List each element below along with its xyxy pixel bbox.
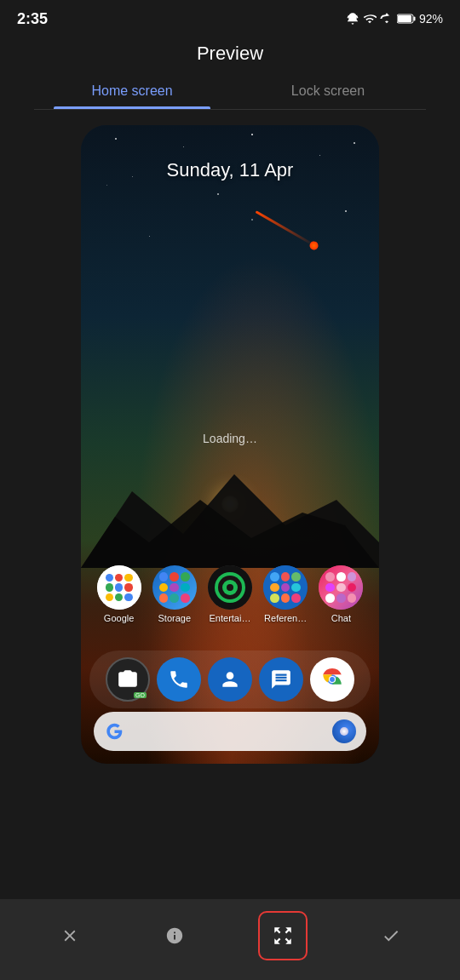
loading-text: Loading…: [81, 432, 379, 445]
app-label-storage: Storage: [158, 613, 192, 623]
bottom-dock: GO: [89, 650, 371, 708]
svg-point-7: [330, 677, 335, 682]
app-icon-google: [97, 565, 141, 610]
mountains: [81, 466, 379, 568]
page-header: Preview: [0, 34, 460, 72]
app-item-google[interactable]: Google: [95, 565, 144, 623]
tab-home-screen[interactable]: Home screen: [34, 75, 230, 109]
confirm-button[interactable]: [370, 914, 412, 957]
expand-button[interactable]: [258, 911, 308, 960]
google-assistant-dot: [332, 719, 356, 743]
search-bar[interactable]: [94, 712, 366, 751]
signal-icon: [380, 12, 394, 26]
dock-messages[interactable]: [259, 657, 303, 702]
tab-lock-screen[interactable]: Lock screen: [230, 75, 426, 109]
app-item-entertain[interactable]: Entertai…: [205, 565, 255, 623]
tab-bar: Home screen Lock screen: [34, 72, 426, 110]
battery-icon: [397, 13, 416, 25]
app-label-chat: Chat: [331, 613, 351, 623]
app-item-reference[interactable]: Referen…: [261, 565, 310, 623]
app-icon-reference: [263, 565, 308, 610]
app-item-storage[interactable]: Storage: [150, 565, 199, 623]
app-item-chat[interactable]: Chat: [316, 565, 365, 623]
status-bar: 2:35 92%: [0, 0, 460, 34]
phone-mockup: Sunday, 11 Apr Loading…: [81, 125, 379, 764]
wifi-icon: [363, 12, 377, 26]
app-label-reference: Referen…: [264, 613, 307, 623]
dock-chrome[interactable]: [310, 657, 354, 702]
app-icon-chat: [319, 565, 363, 610]
battery-percentage: 92%: [419, 12, 443, 26]
alarm-icon: [346, 12, 359, 26]
status-time: 2:35: [17, 10, 48, 28]
app-label-entertain: Entertai…: [210, 613, 251, 623]
dock-contacts[interactable]: [208, 657, 252, 702]
page-title: Preview: [197, 43, 263, 64]
app-icon-entertain: [208, 565, 252, 610]
svg-rect-2: [398, 15, 411, 22]
preview-container: Sunday, 11 Apr Loading…: [0, 110, 460, 772]
app-label-google: Google: [104, 613, 134, 623]
info-button[interactable]: [153, 914, 196, 957]
dock-camera[interactable]: GO: [106, 657, 150, 702]
preview-date: Sunday, 11 Apr: [81, 159, 379, 181]
app-icon-storage: [152, 565, 197, 610]
bottom-nav: [0, 899, 460, 980]
google-g-icon: [104, 721, 124, 742]
close-button[interactable]: [49, 914, 91, 957]
dock-phone[interactable]: [157, 657, 201, 702]
app-row: Google Storag: [81, 565, 379, 623]
status-icons: 92%: [346, 12, 443, 26]
svg-rect-1: [413, 17, 415, 21]
